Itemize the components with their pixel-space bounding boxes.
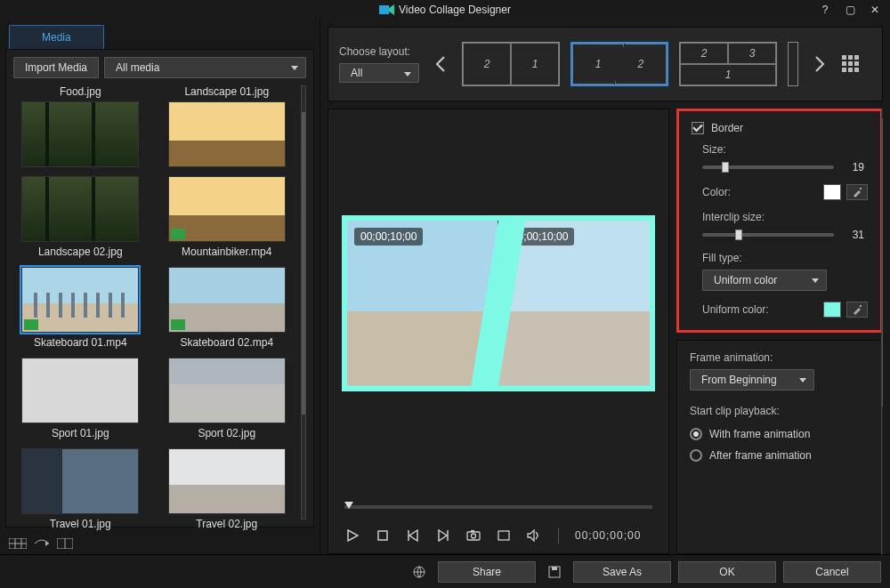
media-item[interactable]: Travel 01.jpg: [13, 448, 148, 530]
start-playback-label: Start clip playback:: [690, 405, 870, 417]
animation-panel: Frame animation: From Beginning Start cl…: [676, 340, 883, 554]
layout-prev-button[interactable]: [430, 42, 451, 86]
size-value: 19: [843, 161, 864, 173]
svg-rect-10: [848, 55, 853, 60]
save-as-button[interactable]: Save As: [573, 561, 671, 583]
svg-rect-16: [848, 68, 853, 72]
radio-with-frame[interactable]: [690, 428, 702, 440]
media-item-label: Skateboard 01.mp4: [13, 336, 148, 349]
volume-button[interactable]: [526, 528, 542, 544]
frame-anim-select[interactable]: From Beginning: [690, 369, 814, 391]
media-thumbnail[interactable]: [21, 267, 139, 333]
stop-button[interactable]: [375, 528, 391, 544]
interclip-slider[interactable]: [702, 233, 834, 237]
cancel-button[interactable]: Cancel: [783, 561, 881, 583]
layout-grid-icon[interactable]: [841, 54, 861, 74]
collage-target-icon[interactable]: [57, 538, 73, 549]
prev-frame-button[interactable]: [405, 528, 421, 544]
help-button[interactable]: ?: [817, 4, 833, 16]
media-item[interactable]: Sport 01.jpg: [13, 358, 148, 439]
ok-button[interactable]: OK: [678, 561, 776, 583]
media-item[interactable]: Food.jpg: [13, 85, 148, 167]
media-thumbnail[interactable]: [21, 448, 139, 514]
collage-frame[interactable]: 00;00;10;00 00;00;10;00: [342, 215, 655, 391]
media-item[interactable]: Landscape 02.jpg: [13, 176, 148, 258]
svg-point-25: [472, 534, 476, 538]
settings-column: Border Size: 19 Color: Interclip: [676, 109, 883, 554]
media-scrollbar[interactable]: [299, 85, 308, 520]
media-item-label: Travel 01.jpg: [13, 518, 148, 530]
save-icon[interactable]: [543, 561, 566, 583]
radio-after-frame[interactable]: [690, 449, 702, 462]
border-color-swatch[interactable]: [823, 184, 841, 200]
media-item[interactable]: Skateboard 01.mp4: [13, 267, 148, 349]
tab-media[interactable]: Media: [9, 25, 104, 49]
bottom-bar: Share Save As OK Cancel: [0, 554, 890, 588]
snapshot-button[interactable]: [465, 528, 481, 544]
media-thumbnail[interactable]: [168, 358, 286, 423]
window-title: Video Collage Designer: [379, 4, 511, 16]
media-item[interactable]: Sport 02.jpg: [160, 358, 295, 439]
media-item[interactable]: Travel 02.jpg: [160, 448, 295, 530]
border-panel: Border Size: 19 Color: Interclip: [676, 109, 883, 333]
layout-card[interactable]: 231: [679, 42, 777, 86]
uniform-color-eyedropper[interactable]: [846, 302, 868, 318]
svg-marker-28: [528, 530, 534, 541]
preview-canvas[interactable]: 00;00;10;00 00;00;10;00: [328, 109, 668, 496]
media-item-label: Sport 02.jpg: [160, 427, 295, 439]
collage-clip-1[interactable]: 00;00;10;00: [347, 221, 498, 386]
size-slider[interactable]: [702, 165, 834, 169]
fill-type-select[interactable]: Uniform color: [702, 270, 827, 291]
border-color-eyedropper[interactable]: [846, 184, 868, 200]
media-thumbnail[interactable]: [168, 448, 286, 514]
svg-rect-15: [842, 68, 846, 72]
choose-layout-label: Choose layout:: [339, 45, 419, 58]
media-item[interactable]: Landscape 01.jpg: [160, 85, 295, 167]
loop-button[interactable]: [496, 528, 512, 544]
media-item[interactable]: Mountainbiker.mp4: [160, 176, 295, 258]
timeline-slider[interactable]: [344, 505, 652, 509]
transport-bar: 00;00;00;00: [328, 518, 668, 553]
svg-rect-11: [854, 55, 859, 60]
media-thumbnail[interactable]: [168, 101, 286, 167]
next-frame-button[interactable]: [435, 528, 451, 544]
close-button[interactable]: ✕: [867, 4, 883, 16]
title-bar: Video Collage Designer ? ▢ ✕: [0, 0, 890, 20]
share-icon[interactable]: [408, 561, 431, 583]
clip1-timecode: 00;00;10;00: [354, 228, 423, 246]
border-checkbox[interactable]: [692, 122, 704, 134]
border-label: Border: [711, 122, 743, 134]
media-thumbnail[interactable]: [21, 176, 139, 242]
layout-filter-select[interactable]: All: [339, 63, 419, 83]
media-thumbnail[interactable]: [21, 358, 139, 423]
size-label: Size:: [702, 143, 868, 156]
layout-next-button[interactable]: [809, 42, 830, 86]
import-media-button[interactable]: Import Media: [13, 57, 99, 78]
media-filter-select[interactable]: All media: [104, 57, 306, 78]
media-item-label: Food.jpg: [13, 85, 148, 98]
media-thumbnail[interactable]: [168, 267, 286, 333]
svg-rect-14: [854, 61, 859, 66]
uniform-color-label: Uniform color:: [702, 303, 769, 316]
uniform-color-swatch[interactable]: [823, 302, 841, 318]
play-button[interactable]: [344, 528, 360, 544]
svg-marker-18: [348, 530, 358, 541]
storyboard-icon[interactable]: [9, 538, 27, 549]
svg-rect-9: [842, 55, 846, 60]
layout-card[interactable]: [788, 42, 798, 86]
settings-scrollbar[interactable]: [879, 109, 883, 554]
share-button[interactable]: Share: [438, 561, 536, 583]
media-grid: Food.jpgLandscape 01.jpgLandscape 02.jpg…: [13, 85, 306, 530]
media-item[interactable]: Skateboard 02.mp4: [160, 267, 295, 349]
collage-clip-2[interactable]: 00;00;10;00: [498, 221, 650, 386]
svg-rect-30: [860, 305, 862, 307]
maximize-button[interactable]: ▢: [842, 4, 858, 16]
layout-card[interactable]: 21: [462, 42, 560, 86]
svg-marker-20: [409, 530, 417, 541]
layout-card[interactable]: 12: [570, 42, 668, 86]
media-thumbnail[interactable]: [21, 101, 139, 167]
media-thumbnail[interactable]: [168, 176, 286, 242]
svg-rect-24: [467, 532, 480, 540]
fill-type-label: Fill type:: [702, 252, 868, 264]
svg-marker-1: [389, 4, 394, 15]
